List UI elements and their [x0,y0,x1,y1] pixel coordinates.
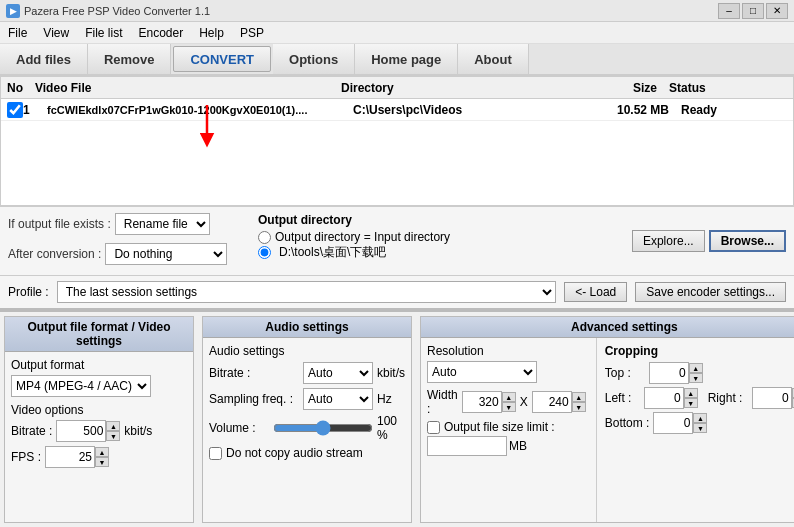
bottom-down[interactable]: ▼ [693,423,707,433]
left-label: Left : [605,391,640,405]
filelist-header: No Video File Directory Size Status [1,77,793,99]
radio-custom-dir-row: D:\tools\桌面\下载吧 [258,244,612,261]
bottom-label: Bottom : [605,416,650,430]
audio-bitrate-label: Bitrate : [209,366,299,380]
left-up[interactable]: ▲ [684,388,698,398]
output-size-limit-label: Output file size limit : [444,420,555,434]
menu-filelist[interactable]: File list [77,22,130,43]
radio-custom-dir[interactable] [258,246,271,259]
menu-help[interactable]: Help [191,22,232,43]
height-down[interactable]: ▼ [572,402,586,412]
profile-row: Profile : The last session settings <- L… [0,276,794,310]
radio-input-dir[interactable] [258,231,271,244]
options-button[interactable]: Options [273,44,355,74]
bottom-panels: Output file format / Video settings Outp… [0,310,794,527]
audio-bitrate-row: Bitrate : Auto kbit/s [209,362,405,384]
no-copy-audio-checkbox[interactable] [209,447,222,460]
row-videofile: fcCWIEkdlx07CFrP1wGk010-1200KgvX0E010(1)… [43,104,353,116]
fps-spinner: 25 ▲ ▼ [45,446,109,468]
minimize-button[interactable]: – [718,3,740,19]
left-input[interactable] [644,387,684,409]
no-copy-audio-row: Do not copy audio stream [209,446,405,460]
advanced-left: Resolution Auto Width : ▲ ▼ [421,338,592,522]
output-size-limit-row: Output file size limit : [427,420,586,434]
radio-input-dir-label: Output directory = Input directory [275,230,450,244]
col-no-header: No [1,81,31,95]
about-button[interactable]: About [458,44,529,74]
height-up[interactable]: ▲ [572,392,586,402]
home-page-button[interactable]: Home page [355,44,458,74]
sampling-label: Sampling freq. : [209,392,299,406]
audio-panel-content: Audio settings Bitrate : Auto kbit/s Sam… [203,338,411,466]
convert-button[interactable]: CONVERT [173,46,271,72]
browse-button[interactable]: Browse... [709,230,786,252]
fps-up[interactable]: ▲ [95,447,109,457]
video-bitrate-spinbtns: ▲ ▼ [106,421,120,441]
fps-down[interactable]: ▼ [95,457,109,467]
video-bitrate-input[interactable]: 500 [56,420,106,442]
resolution-label: Resolution [427,344,586,358]
width-down[interactable]: ▼ [502,402,516,412]
row-size: 10.52 MB [593,103,673,117]
menu-psp[interactable]: PSP [232,22,272,43]
top-up[interactable]: ▲ [689,363,703,373]
format-select[interactable]: MP4 (MPEG-4 / AAC) [11,375,151,397]
profile-select[interactable]: The last session settings [57,281,557,303]
load-button[interactable]: <- Load [564,282,627,302]
top-input[interactable] [649,362,689,384]
close-button[interactable]: ✕ [766,3,788,19]
sampling-row: Sampling freq. : Auto Hz [209,388,405,410]
explore-button[interactable]: Explore... [632,230,705,252]
after-conversion-select[interactable]: Do nothing Close application Shut down [105,243,227,265]
right-input[interactable] [752,387,792,409]
volume-row: Volume : 100 % [209,414,405,442]
height-input[interactable] [532,391,572,413]
titlebar: ▶ Pazera Free PSP Video Converter 1.1 – … [0,0,794,22]
output-exists-select[interactable]: Rename file Overwrite Skip [115,213,210,235]
add-files-button[interactable]: Add files [0,44,88,74]
dir-buttons: Explore... Browse... [632,230,786,252]
width-spinbtns: ▲ ▼ [502,392,516,412]
sampling-select[interactable]: Auto [303,388,373,410]
advanced-panel-title: Advanced settings [421,317,794,338]
video-panel-title: Output file format / Video settings [5,317,193,352]
toolbar: Add files Remove CONVERT Options Home pa… [0,44,794,76]
resolution-select[interactable]: Auto [427,361,537,383]
left-spinner: ▲ ▼ [644,387,698,409]
maximize-button[interactable]: □ [742,3,764,19]
row-checkbox[interactable] [7,102,23,118]
left-options: If output file exists : Rename file Over… [8,213,238,269]
top-spinner: ▲ ▼ [649,362,703,384]
video-options-label: Video options [11,403,187,417]
video-bitrate-down[interactable]: ▼ [106,431,120,441]
menu-file[interactable]: File [0,22,35,43]
radio-input-dir-row: Output directory = Input directory [258,230,612,244]
audio-settings-label: Audio settings [209,344,405,358]
row-status: Ready [673,103,753,117]
table-row[interactable]: 1 fcCWIEkdlx07CFrP1wGk010-1200KgvX0E010(… [1,99,793,121]
save-encoder-button[interactable]: Save encoder settings... [635,282,786,302]
top-row: Top : ▲ ▼ [605,362,794,384]
top-down[interactable]: ▼ [689,373,703,383]
menu-encoder[interactable]: Encoder [130,22,191,43]
width-up[interactable]: ▲ [502,392,516,402]
bottom-up[interactable]: ▲ [693,413,707,423]
remove-button[interactable]: Remove [88,44,172,74]
output-size-input[interactable] [427,436,507,456]
width-input[interactable] [462,391,502,413]
output-size-limit-checkbox[interactable] [427,421,440,434]
titlebar-title: Pazera Free PSP Video Converter 1.1 [24,5,210,17]
bottom-input[interactable] [653,412,693,434]
audio-bitrate-select[interactable]: Auto [303,362,373,384]
fps-input[interactable]: 25 [45,446,95,468]
width-spinner: ▲ ▼ [462,391,516,413]
volume-slider[interactable] [273,420,373,436]
advanced-panel-body: Resolution Auto Width : ▲ ▼ [421,338,794,522]
fps-spinbtns: ▲ ▼ [95,447,109,467]
menu-view[interactable]: View [35,22,77,43]
audio-bitrate-unit: kbit/s [377,366,405,380]
video-bitrate-up[interactable]: ▲ [106,421,120,431]
left-down[interactable]: ▼ [684,398,698,408]
bottom-spinner: ▲ ▼ [653,412,707,434]
fps-label: FPS : [11,450,41,464]
